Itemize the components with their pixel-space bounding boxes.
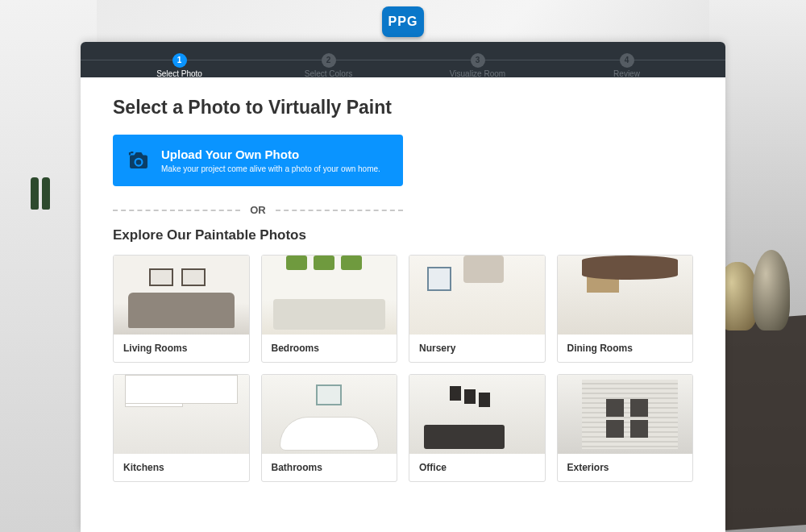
step-label: Select Photo [105, 69, 254, 78]
category-label: Bathrooms [262, 454, 397, 481]
category-card-bathrooms[interactable]: Bathrooms [261, 374, 398, 482]
category-thumbnail [114, 375, 249, 454]
category-card-kitchens[interactable]: Kitchens [113, 374, 250, 482]
or-divider: OR [113, 204, 403, 216]
camera-icon [127, 152, 150, 169]
category-card-office[interactable]: Office [409, 374, 546, 482]
step-number-badge: 4 [620, 53, 634, 68]
divider-line [113, 210, 240, 211]
step-bar: 1 Select Photo 2 Select Colors 3 Visuali… [81, 42, 725, 77]
category-label: Nursery [409, 335, 545, 362]
category-label: Office [409, 454, 545, 481]
category-thumbnail [114, 256, 249, 335]
category-thumbnail [558, 256, 693, 335]
divider-line [276, 210, 403, 211]
category-thumbnail [409, 375, 545, 454]
category-card-dining-rooms[interactable]: Dining Rooms [557, 255, 694, 363]
background-bottle [31, 177, 39, 210]
main-panel: 1 Select Photo 2 Select Colors 3 Visuali… [81, 42, 725, 532]
divider-text: OR [250, 204, 266, 216]
step-number-badge: 1 [172, 53, 187, 68]
step-label: Review [552, 69, 701, 78]
upload-title: Upload Your Own Photo [161, 148, 380, 161]
upload-subtitle: Make your project come alive with a phot… [161, 164, 380, 173]
category-card-exteriors[interactable]: Exteriors [557, 374, 694, 482]
category-label: Exteriors [558, 454, 693, 481]
upload-text: Upload Your Own Photo Make your project … [161, 148, 380, 173]
category-thumbnail [558, 375, 693, 454]
category-label: Kitchens [114, 454, 249, 481]
page-title: Select a Photo to Virtually Paint [113, 97, 693, 118]
category-grid: Living Rooms Bedrooms Nursery Dining Roo… [113, 255, 693, 482]
upload-photo-button[interactable]: Upload Your Own Photo Make your project … [113, 135, 403, 186]
step-number-badge: 2 [322, 53, 336, 68]
step-label: Select Colors [254, 69, 403, 78]
category-label: Dining Rooms [558, 335, 693, 362]
category-card-bedrooms[interactable]: Bedrooms [261, 255, 398, 363]
brand-logo[interactable]: PPG [382, 6, 424, 37]
category-label: Bedrooms [262, 335, 397, 362]
background-vase [753, 250, 790, 330]
step-number-badge: 3 [471, 53, 485, 68]
category-thumbnail [262, 375, 397, 454]
category-label: Living Rooms [114, 335, 249, 362]
content-area: Select a Photo to Virtually Paint Upload… [81, 77, 725, 501]
step-label: Visualize Room [403, 69, 552, 78]
category-card-nursery[interactable]: Nursery [409, 255, 546, 363]
category-card-living-rooms[interactable]: Living Rooms [113, 255, 250, 363]
explore-heading: Explore Our Paintable Photos [113, 227, 693, 243]
category-thumbnail [409, 256, 545, 335]
background-bottle [42, 177, 50, 210]
category-thumbnail [262, 256, 397, 335]
